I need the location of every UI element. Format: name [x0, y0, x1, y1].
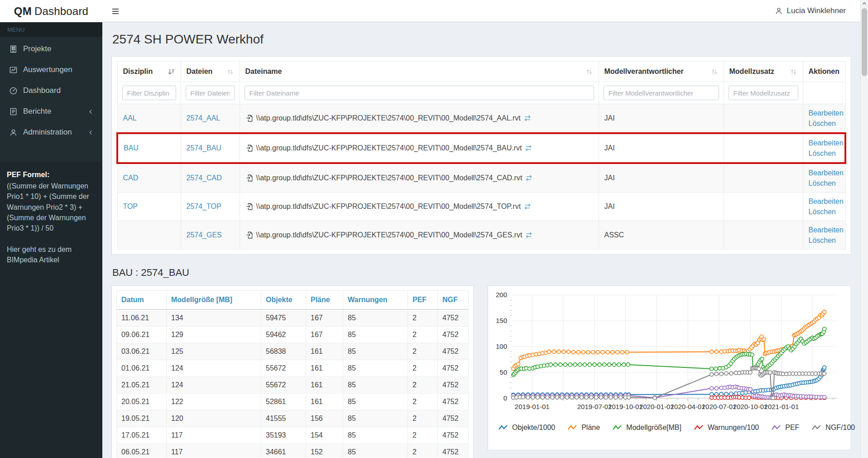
sidebar-item-dashboard[interactable]: Dashboard: [0, 80, 102, 101]
datei-link[interactable]: 2574_TOP: [187, 202, 221, 210]
swap-icon[interactable]: [525, 174, 533, 182]
data-point: [554, 363, 557, 366]
bearbeiten-link[interactable]: Bearbeiten: [809, 138, 839, 148]
menu-toggle-icon[interactable]: [110, 5, 121, 17]
detail-cell: 35193: [261, 427, 306, 444]
data-point: [556, 395, 559, 399]
bearbeiten-link[interactable]: Bearbeiten: [809, 168, 840, 178]
sort-icon[interactable]: [710, 68, 718, 76]
data-point: [715, 372, 718, 376]
datei-link[interactable]: 2574_BAU: [187, 144, 221, 152]
data-point: [757, 367, 761, 371]
datei-link[interactable]: 2574_GES: [187, 231, 222, 239]
sidebar-item-label: Auswertungen: [23, 65, 72, 74]
loeschen-link[interactable]: Löschen: [809, 148, 839, 159]
data-point: [580, 395, 583, 399]
x-tick-label: 2019-07-01: [577, 403, 612, 410]
column-header-label: Disziplin: [123, 67, 153, 76]
detail-cell: 2: [408, 327, 438, 343]
sidebar-item-auswertungen[interactable]: Auswertungen: [0, 59, 102, 80]
filter-input-modellzusatz[interactable]: [729, 86, 798, 100]
column-header-modellverantwortlicher[interactable]: Modellverantwortlicher: [599, 62, 724, 82]
detail-row: 03.06.21125568381618524752: [117, 343, 469, 360]
data-point: [729, 392, 733, 395]
app-logo[interactable]: QM Dashboard: [0, 0, 102, 22]
loeschen-link[interactable]: Löschen: [809, 118, 840, 129]
data-point: [568, 363, 572, 366]
column-header-modellzusatz[interactable]: Modellzusatz: [724, 62, 803, 82]
file-export-icon: [245, 144, 254, 152]
column-header-label: Dateien: [187, 67, 213, 76]
filter-input-modellverantwortlicher[interactable]: [604, 86, 719, 100]
detail-row: 11.06.21134594751678524752: [117, 309, 469, 327]
detail-cell: 55672: [261, 377, 306, 394]
data-point: [622, 363, 626, 366]
detail-cell: 17.05.21: [117, 427, 167, 444]
sort-active-icon[interactable]: [168, 68, 175, 76]
bearbeiten-link[interactable]: Bearbeiten: [809, 225, 840, 235]
column-header-disziplin[interactable]: Disziplin: [117, 62, 181, 82]
data-point: [562, 350, 566, 353]
sort-icon[interactable]: [585, 68, 593, 76]
filter-input-dateien[interactable]: [186, 86, 235, 100]
column-header-dateiname[interactable]: Dateiname: [240, 62, 599, 82]
sidebar-item-projekte[interactable]: Projekte: [0, 39, 102, 59]
pef-info-box: PEF Formel: ((Summe der Warnungen Prio1 …: [0, 162, 102, 458]
datei-link[interactable]: 2574_CAD: [187, 174, 222, 182]
datei-link[interactable]: 2574_AAL: [187, 114, 221, 122]
sidebar-item-berichte[interactable]: Berichte: [0, 101, 102, 122]
disziplin-link[interactable]: CAD: [123, 174, 139, 182]
swap-icon[interactable]: [523, 202, 532, 211]
loeschen-link[interactable]: Löschen: [809, 235, 840, 246]
file-path: \\atp.group.tld\dfs\ZUC-KFP\PROJEKTE\257…: [256, 144, 522, 152]
data-point: [552, 350, 556, 353]
swap-icon[interactable]: [523, 114, 532, 122]
bearbeiten-link[interactable]: Bearbeiten: [809, 196, 840, 207]
data-point: [823, 366, 826, 369]
filter-input-dateiname[interactable]: [245, 86, 594, 100]
swap-icon[interactable]: [524, 144, 532, 152]
sort-icon[interactable]: [790, 68, 797, 76]
column-header-aktionen: Aktionen: [803, 62, 845, 82]
detail-cell: 20.05.21: [117, 394, 167, 410]
vertical-scrollbar[interactable]: [860, 0, 868, 458]
legend-item-pef[interactable]: PEF: [771, 424, 799, 432]
disziplin-link[interactable]: AAL: [123, 114, 137, 122]
scroll-up-icon[interactable]: [862, 1, 867, 6]
modellzusatz-cell: [724, 104, 803, 134]
column-header-dateien[interactable]: Dateien: [181, 62, 240, 82]
legend-item-objekte-1000[interactable]: Objekte/1000: [498, 424, 555, 432]
detail-cell: 154: [306, 427, 343, 444]
legend-item-warnungen-100[interactable]: Warnungen/100: [694, 424, 759, 432]
bimpedia-link[interactable]: Hier geht es zu dem BIMpedia Artikel: [7, 244, 96, 265]
modellzusatz-cell: [724, 163, 803, 193]
disziplin-link[interactable]: BAU: [124, 144, 139, 152]
chevron-left-icon: [87, 108, 94, 115]
detail-row: 01.06.21124556721618524752: [117, 360, 469, 377]
data-point: [747, 396, 751, 400]
sort-icon[interactable]: [226, 68, 234, 76]
filter-input-disziplin[interactable]: [122, 86, 176, 100]
x-tick-label: 2020-04-01: [671, 403, 705, 410]
sidebar-item-label: Projekte: [23, 44, 51, 53]
detail-cell: 161: [306, 394, 343, 410]
detail-row: 06.05.21117346611528524752: [117, 444, 469, 458]
detail-column-header: PEF: [408, 291, 438, 310]
sidebar-item-administration[interactable]: Administration: [0, 122, 102, 143]
user-menu[interactable]: Lucia Winklehner: [772, 0, 849, 22]
disziplin-link[interactable]: TOP: [123, 202, 138, 210]
scrollbar-thumb[interactable]: [862, 8, 867, 76]
user-icon: [9, 128, 18, 137]
loeschen-link[interactable]: Löschen: [809, 207, 840, 217]
detail-cell: 85: [343, 394, 408, 410]
modellverantwortlicher-cell: JAI: [599, 133, 724, 163]
legend-item-ngf-100[interactable]: NGF/100: [811, 424, 855, 432]
swap-icon[interactable]: [525, 231, 533, 239]
legend-item-modellgr-e-mb-[interactable]: Modellgröße[MB]: [612, 424, 681, 432]
detail-cell: 167: [306, 309, 343, 327]
bearbeiten-link[interactable]: Bearbeiten: [809, 108, 840, 118]
legend-item-pl-ne[interactable]: Pläne: [567, 424, 600, 432]
detail-cell: 21.05.21: [117, 377, 167, 394]
loeschen-link[interactable]: Löschen: [809, 178, 840, 188]
data-point: [823, 310, 826, 314]
